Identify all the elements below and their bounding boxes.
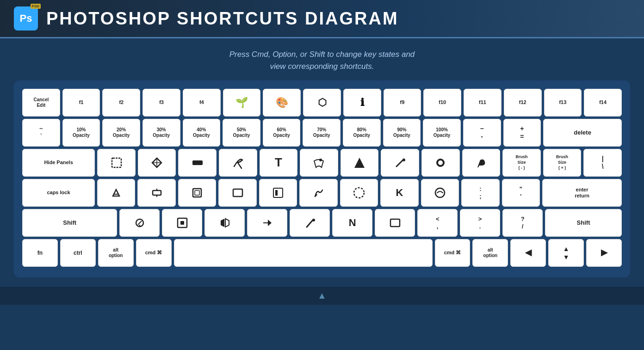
svg-marker-5 <box>354 158 365 168</box>
footer: ▲ <box>0 287 644 305</box>
tab-key-row: Hide Panels T BrushSize( - ) BrushS <box>22 149 622 177</box>
f3-key[interactable]: f3 <box>142 89 180 117</box>
arrow-updown-key[interactable]: ▲▼ <box>548 239 584 267</box>
f6-key[interactable]: 🎨 <box>263 89 301 117</box>
f9-key[interactable]: f9 <box>384 89 421 117</box>
quote-key[interactable]: "' <box>502 179 540 207</box>
equals-key[interactable]: += <box>503 119 541 147</box>
f11-key[interactable]: f11 <box>464 89 502 117</box>
minus-key[interactable]: −- <box>463 119 501 147</box>
1-key[interactable]: 10%Opacity <box>62 119 100 147</box>
5-key[interactable]: 50%Opacity <box>223 119 260 147</box>
subtitle: Press Cmd, Option, or Shift to change ke… <box>0 38 644 80</box>
f8-key[interactable]: ℹ <box>343 89 381 117</box>
k-key[interactable]: K <box>380 179 418 207</box>
svg-rect-12 <box>153 190 161 195</box>
period-key[interactable]: >. <box>460 209 500 237</box>
l-key[interactable] <box>421 179 459 207</box>
g-key[interactable] <box>259 179 297 207</box>
h-key[interactable] <box>299 179 337 207</box>
shift-left-key[interactable]: Shift <box>22 209 117 237</box>
cmd-right-key[interactable]: cmd ⌘ <box>435 239 471 267</box>
c-key[interactable] <box>204 209 245 237</box>
f13-key[interactable]: f13 <box>544 89 582 117</box>
bracket-r-key[interactable]: BrushSize( + ) <box>543 149 582 177</box>
logo-text: Ps <box>20 12 32 25</box>
f1-key[interactable]: f1 <box>62 89 100 117</box>
o-key[interactable] <box>421 149 460 177</box>
n-key[interactable]: N <box>332 209 372 237</box>
svg-point-4 <box>319 159 322 161</box>
8-key[interactable]: 80%Opacity <box>343 119 381 147</box>
p-key[interactable] <box>462 149 501 177</box>
3-key[interactable]: 30%Opacity <box>142 119 180 147</box>
f12-key[interactable]: f12 <box>504 89 542 117</box>
x-key[interactable] <box>162 209 202 237</box>
z-key[interactable] <box>119 209 160 237</box>
9-key[interactable]: 90%Opacity <box>383 119 421 147</box>
svg-marker-10 <box>113 190 119 196</box>
f-key[interactable] <box>218 179 256 207</box>
svg-point-29 <box>312 219 315 221</box>
slash-key[interactable]: ?/ <box>502 209 543 237</box>
svg-rect-3 <box>192 160 203 165</box>
t-key[interactable]: T <box>260 149 298 177</box>
hide-panels-key[interactable]: Hide Panels <box>22 149 95 177</box>
tilde-key[interactable]: ~` <box>22 119 60 147</box>
semicolon-key[interactable]: :; <box>461 179 499 207</box>
delete-key[interactable]: delete <box>543 119 622 147</box>
svg-point-7 <box>402 159 405 161</box>
f4-key[interactable]: f4 <box>183 89 221 117</box>
b-key[interactable] <box>290 209 330 237</box>
0-key[interactable]: 100%Opacity <box>423 119 461 147</box>
cancel-edit-key[interactable]: CancelEdit <box>22 89 60 117</box>
f2-key[interactable]: f2 <box>102 89 140 117</box>
y-key[interactable] <box>300 149 338 177</box>
svg-rect-30 <box>390 219 400 227</box>
arrow-right-key[interactable]: ▶ <box>586 239 622 267</box>
subtitle-line2: view corresponding shortcuts. <box>270 62 374 71</box>
subtitle-line1: Press Cmd, Option, or Shift to change ke… <box>229 50 415 59</box>
comma-key[interactable]: <, <box>417 209 458 237</box>
cmd-left-key[interactable]: cmd ⌘ <box>136 239 172 267</box>
w-key[interactable] <box>138 149 176 177</box>
page-title: PHOTOSHOP SHORTCUTS DIAGRAM <box>46 9 399 29</box>
fn-key-row: CancelEdit f1 f2 f3 f4 🌱 🎨 ⬡ ℹ f9 f10 f1… <box>22 89 622 117</box>
f14-key[interactable]: f14 <box>584 89 622 117</box>
i-key[interactable] <box>381 149 419 177</box>
7-key[interactable]: 70%Opacity <box>303 119 341 147</box>
6-key[interactable]: 60%Opacity <box>263 119 301 147</box>
bottom-key-row: fn ctrl altoption cmd ⌘ cmd ⌘ altoption … <box>22 239 622 267</box>
enter-key[interactable]: enterreturn <box>542 179 622 207</box>
u-key[interactable] <box>341 149 379 177</box>
f10-key[interactable]: f10 <box>423 89 461 117</box>
e-key[interactable] <box>178 149 217 177</box>
d-key[interactable] <box>178 179 216 207</box>
svg-rect-26 <box>180 221 184 225</box>
2-key[interactable]: 20%Opacity <box>102 119 140 147</box>
m-key[interactable] <box>375 209 415 237</box>
ctrl-key[interactable]: ctrl <box>60 239 96 267</box>
caps-lock-key[interactable]: caps lock <box>22 179 95 207</box>
s-key[interactable] <box>137 179 175 207</box>
f7-key[interactable]: ⬡ <box>303 89 341 117</box>
alt-option-left-key[interactable]: altoption <box>98 239 134 267</box>
f5-key[interactable]: 🌱 <box>223 89 261 117</box>
r-key[interactable] <box>219 149 257 177</box>
backslash-key[interactable]: |\ <box>583 149 622 177</box>
alt-option-right-key[interactable]: altoption <box>472 239 508 267</box>
a-key[interactable] <box>97 179 135 207</box>
spacebar-key[interactable] <box>174 239 433 267</box>
q-key[interactable] <box>97 149 136 177</box>
caps-key-row: caps lock K :; "' enterreturn <box>22 179 622 207</box>
svg-rect-17 <box>233 189 242 196</box>
bracket-l-key[interactable]: BrushSize( - ) <box>502 149 541 177</box>
4-key[interactable]: 40%Opacity <box>183 119 221 147</box>
svg-line-28 <box>307 220 313 227</box>
shift-right-key[interactable]: Shift <box>545 209 622 237</box>
arrow-left-key[interactable]: ◀ <box>510 239 546 267</box>
fn-key[interactable]: fn <box>22 239 58 267</box>
j-key[interactable] <box>340 179 378 207</box>
v-key[interactable] <box>247 209 287 237</box>
keyboard: CancelEdit f1 f2 f3 f4 🌱 🎨 ⬡ ℹ f9 f10 f1… <box>14 80 630 277</box>
